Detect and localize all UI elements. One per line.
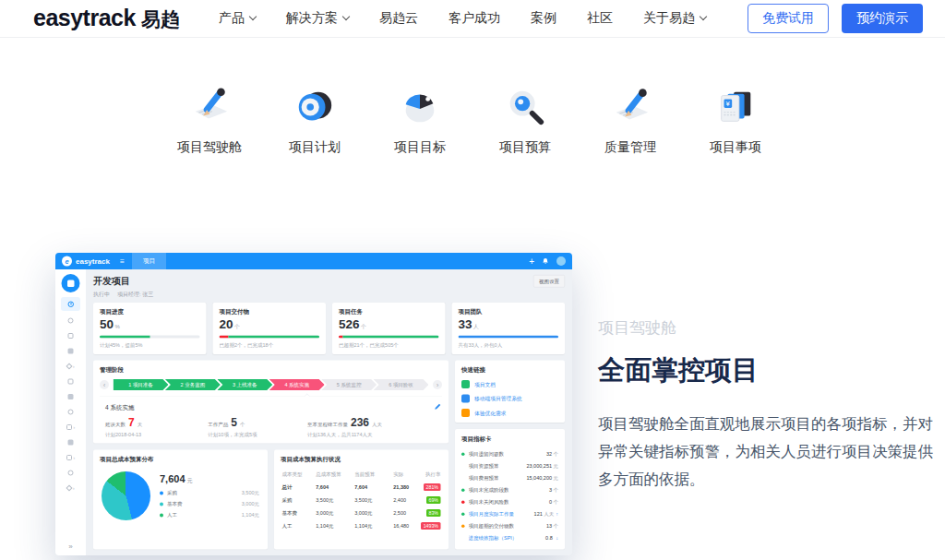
avatar[interactable] — [556, 256, 566, 266]
indicator-row: 项目遗留问题数32个 — [461, 448, 558, 460]
indicator-card: 项目指标卡 项目遗留问题数32个 项目资源预算23,000,251元 项目费用预… — [455, 429, 565, 550]
metric-caption: 共有33人，外包0人 — [459, 342, 559, 350]
hamburger-menu-icon[interactable]: ≡ — [120, 256, 125, 266]
phase-step[interactable]: 6 项目验收 — [374, 379, 429, 390]
indicator-row: 项目超期的交付物数13个 — [461, 520, 558, 532]
rate-badge: 83% — [426, 509, 441, 517]
metric-card-team[interactable]: 项目团队 33人 共有33人，外包0人 — [452, 303, 566, 354]
phase-step[interactable]: 3 上线准备 — [217, 379, 272, 390]
phase-next-button[interactable]: › — [433, 380, 442, 389]
feature-quality[interactable]: 质量管理 — [594, 86, 666, 156]
phase-steps: 1 项目准备 2 业务蓝图 3 上线准备 4 系统实施 5 系统监控 6 项目验… — [114, 379, 429, 390]
progress-bar — [100, 336, 200, 339]
sidebar-expand-icon[interactable]: » — [68, 542, 72, 551]
nav-menu: 产品 解决方案 易趋云 客户成功 案例 社区 关于易趋 — [219, 10, 706, 27]
quick-links-title: 快速链接 — [461, 366, 558, 375]
nav-item-label: 关于易趋 — [643, 10, 695, 27]
legend-item: 人工1,104元 — [160, 512, 259, 519]
sidebar-item[interactable] — [68, 404, 74, 420]
book-demo-button[interactable]: 预约演示 — [842, 4, 923, 33]
sidebar-item[interactable] — [68, 313, 74, 328]
app-logo-icon[interactable]: e — [62, 256, 72, 267]
sidebar-item[interactable] — [68, 389, 74, 405]
phase-step[interactable]: 2 业务蓝图 — [165, 379, 221, 390]
nav-item-customer-success[interactable]: 客户成功 — [449, 10, 500, 27]
sidebar-item[interactable] — [68, 343, 74, 359]
metric-card-tasks[interactable]: 项目任务 526个 已超期21个，已完成505个 — [332, 303, 446, 354]
plan-disc-icon — [293, 115, 336, 131]
quick-link-requirement[interactable]: 体验优化需求 — [461, 409, 558, 417]
sidebar-item[interactable] — [66, 420, 76, 435]
nav-item-cases[interactable]: 案例 — [531, 10, 556, 27]
nav-item-solutions[interactable]: 解决方案 — [286, 10, 349, 27]
nav-item-cloud[interactable]: 易趋云 — [379, 10, 418, 27]
status-dot — [461, 476, 465, 480]
free-trial-button[interactable]: 免费试用 — [748, 4, 829, 33]
app-topbar: e easytrack ≡ 项目 + — [55, 253, 572, 269]
metric-caption: 计划45%，提前5% — [100, 342, 200, 350]
phase-step-current[interactable]: 4 系统实施 — [269, 379, 325, 390]
sidebar-item[interactable] — [66, 450, 76, 466]
sidebar-item[interactable] — [68, 374, 74, 389]
view-settings-button[interactable]: 视图设置 — [533, 275, 565, 288]
sidebar-logo-icon[interactable] — [62, 274, 80, 292]
legend-item: 基本费3,000元 — [160, 501, 259, 508]
logo[interactable]: easytrack 易趋 — [33, 5, 180, 32]
metric-card-deliverables[interactable]: 项目交付物 20个 已超期2个，已完成18个 — [213, 303, 327, 354]
app-content: 开发项目 执行中 项目经理: 张三 视图设置 项目进度 — [86, 269, 572, 555]
indicator-row: 项目未完成阶段数3个 — [461, 484, 558, 496]
sidebar-item[interactable] — [66, 481, 75, 496]
edit-icon[interactable] — [435, 403, 442, 412]
phase-detail: 4 系统实施 延误天数7天 计划2018-04-13 — [100, 403, 442, 438]
project-manager: 项目经理: 张三 — [117, 291, 153, 299]
feature-project-matters[interactable]: ¥ 项目事项 — [700, 86, 772, 156]
metric-title: 项目交付物 — [220, 308, 320, 316]
feature-project-dashboard[interactable]: 项目驾驶舱 — [173, 86, 245, 156]
quick-link-docs[interactable]: 项目文档 — [461, 380, 558, 388]
quick-link-mobile[interactable]: 移动端项目管理系统 — [461, 395, 558, 403]
sidebar-item[interactable] — [66, 359, 75, 375]
showcase-description: 项目驾驶舱全面直观地展示项目的各项指标，并对异常关键指标预警，为相关人员进行项目… — [598, 410, 945, 493]
status-dot — [461, 488, 465, 492]
nav-item-community[interactable]: 社区 — [587, 10, 613, 27]
feature-label: 项目计划 — [279, 139, 351, 156]
indicator-row: 项目费用预算15,040,200元 — [461, 472, 558, 484]
page: easytrack 易趋 产品 解决方案 易趋云 客户成功 案例 社区 关于易趋… — [0, 0, 945, 560]
indicator-card-title: 项目指标卡 — [461, 435, 558, 443]
feature-label: 质量管理 — [594, 139, 666, 156]
metric-caption: 已超期2个，已完成18个 — [220, 342, 320, 350]
sidebar-item[interactable] — [68, 328, 74, 344]
logo-text-cn: 易趋 — [141, 6, 180, 32]
showcase-eyebrow: 项目驾驶舱 — [598, 317, 945, 339]
nav-actions: 免费试用 预约演示 — [748, 4, 923, 33]
feature-label: 项目预算 — [489, 139, 561, 156]
sidebar-item-active[interactable] — [61, 297, 80, 311]
phase-stat-workload: 至本里程碑工作量236人天 计划136人天，总共1174人天 — [307, 416, 437, 438]
quality-pencil-icon — [609, 115, 652, 131]
add-icon[interactable]: + — [529, 256, 534, 267]
sidebar-item[interactable] — [68, 435, 74, 450]
feature-project-plan[interactable]: 项目计划 — [279, 86, 351, 156]
feature-label: 项目目标 — [384, 139, 456, 156]
metric-card-progress[interactable]: 项目进度 50% 计划45%，提前5% — [93, 303, 207, 354]
feature-project-goal[interactable]: 项目目标 — [384, 86, 456, 156]
showcase-heading: 全面掌控项目 — [598, 352, 945, 389]
mobile-icon — [461, 395, 470, 403]
budget-pie — [102, 471, 150, 520]
metric-value: 50% — [100, 317, 200, 332]
nav-item-about[interactable]: 关于易趋 — [643, 10, 706, 27]
sidebar-item[interactable] — [68, 465, 74, 481]
phase-step[interactable]: 5 系统监控 — [321, 379, 377, 390]
tab-project[interactable]: 项目 — [132, 253, 166, 269]
bell-icon[interactable] — [542, 257, 549, 265]
matters-books-icon: ¥ — [714, 115, 757, 131]
phase-step[interactable]: 1 项目准备 — [114, 379, 169, 390]
feature-project-budget[interactable]: 项目预算 — [489, 86, 561, 156]
metric-title: 项目进度 — [100, 308, 200, 316]
nav-item-products[interactable]: 产品 — [219, 10, 256, 27]
nav-item-label: 客户成功 — [449, 10, 500, 27]
phase-prev-button[interactable]: ‹ — [100, 380, 109, 389]
logo-text-en: easytrack — [33, 5, 136, 31]
feature-label: 项目事项 — [700, 139, 772, 156]
status-dot — [461, 524, 465, 528]
